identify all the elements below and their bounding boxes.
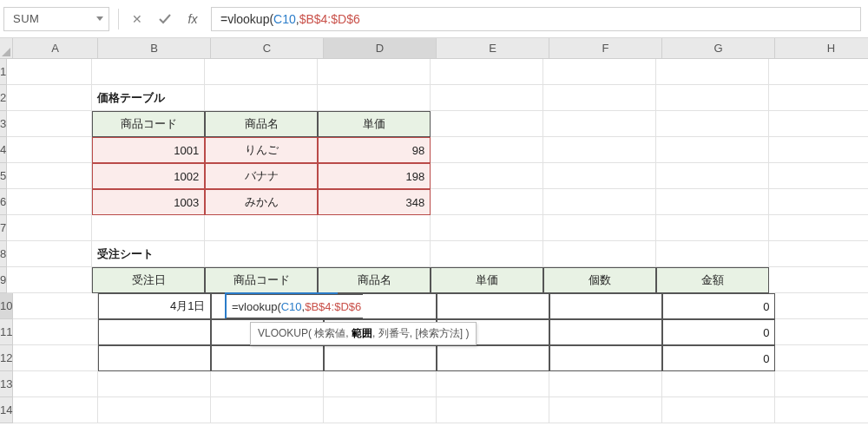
cell[interactable] [98,345,211,371]
cell[interactable] [662,397,775,423]
cell[interactable]: りんご [205,137,318,163]
cell[interactable] [98,371,211,397]
cell[interactable] [656,215,769,241]
cell[interactable]: 個数 [543,267,656,293]
cell[interactable]: 商品コード [92,111,205,137]
cell[interactable] [431,137,543,163]
cell[interactable] [543,189,656,215]
cell[interactable]: 商品コード [205,267,318,293]
cell[interactable] [7,111,92,137]
cell[interactable] [775,293,868,319]
cell[interactable]: 4月1日 [98,293,211,319]
cell[interactable]: 0 [662,293,775,319]
cell[interactable] [549,397,662,423]
row-header[interactable]: 11 [0,319,13,345]
cell[interactable] [7,241,92,267]
cell[interactable]: みかん [205,189,318,215]
column-header[interactable]: A [13,38,98,58]
cell[interactable] [543,215,656,241]
cell[interactable] [775,371,868,397]
cell[interactable] [7,215,92,241]
row-header[interactable]: 1 [0,59,7,85]
row-header[interactable]: 8 [0,241,7,267]
cell[interactable]: 198 [318,163,431,189]
cell[interactable] [662,371,775,397]
row-header[interactable]: 10 [0,293,13,319]
cell[interactable] [431,111,543,137]
row-header[interactable]: 3 [0,111,7,137]
cell[interactable] [775,397,868,423]
chevron-down-icon[interactable] [96,16,103,21]
cell[interactable] [205,59,318,85]
cell[interactable] [7,189,92,215]
cell[interactable]: 商品名 [205,111,318,137]
accept-icon[interactable] [155,10,174,29]
cell[interactable] [437,345,549,371]
cell[interactable] [13,319,98,345]
cancel-icon[interactable]: ✕ [128,10,147,29]
cell[interactable] [543,241,656,267]
cell[interactable] [324,397,437,423]
cell[interactable] [543,59,656,85]
cell-editing-formula[interactable]: =vlookup( C10 , $B$4:$D$6 [227,294,363,318]
cell[interactable]: バナナ [205,163,318,189]
cell[interactable] [13,345,98,371]
cell[interactable] [98,397,211,423]
cell[interactable] [656,85,769,111]
cell[interactable] [543,111,656,137]
column-header[interactable]: F [549,38,662,58]
cell[interactable] [92,59,205,85]
cell[interactable] [13,397,98,423]
cell[interactable] [92,215,205,241]
cell[interactable] [769,59,868,85]
cell[interactable] [769,137,868,163]
column-header[interactable]: G [662,38,775,58]
cell[interactable] [318,85,431,111]
cell[interactable]: 受注日 [92,267,205,293]
cell[interactable] [543,163,656,189]
cell[interactable] [549,293,662,319]
column-header[interactable]: D [324,38,437,58]
row-header[interactable]: 12 [0,345,13,371]
cell[interactable] [318,59,431,85]
row-header[interactable]: 2 [0,85,7,111]
cell[interactable] [324,345,437,371]
fx-icon[interactable]: fx [183,10,202,29]
cell[interactable] [98,319,211,345]
row-header[interactable]: 14 [0,397,13,423]
cell[interactable] [656,137,769,163]
cell[interactable] [431,241,543,267]
row-header[interactable]: 7 [0,215,7,241]
cell[interactable] [431,215,543,241]
cell[interactable]: 単価 [431,267,543,293]
cell[interactable] [211,345,324,371]
column-header[interactable]: E [437,38,549,58]
cell[interactable] [656,163,769,189]
cell[interactable]: 0 [662,345,775,371]
cell[interactable]: 金額 [656,267,769,293]
cell[interactable] [7,137,92,163]
column-header[interactable]: C [211,38,324,58]
cell[interactable] [324,371,437,397]
row-header[interactable]: 6 [0,189,7,215]
cell[interactable]: 1003 [92,189,205,215]
cell[interactable] [769,215,868,241]
cell[interactable] [769,241,868,267]
cell[interactable] [7,59,92,85]
cell[interactable] [431,163,543,189]
cell[interactable] [13,293,98,319]
cell[interactable] [318,215,431,241]
column-header[interactable]: B [98,38,211,58]
cell[interactable]: 98 [318,137,431,163]
cell[interactable] [205,215,318,241]
cell[interactable] [437,397,549,423]
cell[interactable] [769,111,868,137]
row-header[interactable]: 9 [0,267,7,293]
cell[interactable] [437,371,549,397]
select-all-corner[interactable] [0,38,13,58]
cell[interactable] [543,137,656,163]
column-header[interactable]: H [775,38,868,58]
row-header[interactable]: 4 [0,137,7,163]
name-box[interactable]: SUM [3,7,109,31]
cell[interactable] [656,59,769,85]
